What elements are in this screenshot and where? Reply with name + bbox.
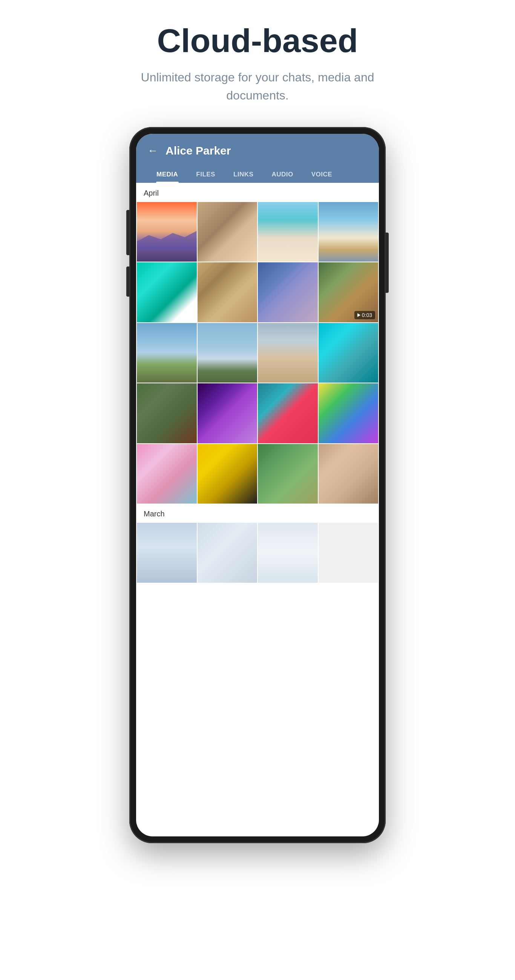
photo-march-2[interactable] bbox=[198, 523, 257, 583]
photo-festival[interactable] bbox=[198, 383, 257, 443]
april-photo-grid: 0:03 bbox=[136, 202, 379, 504]
photo-carving[interactable] bbox=[198, 262, 257, 322]
tab-media[interactable]: MEDIA bbox=[147, 166, 187, 183]
photo-holi[interactable] bbox=[319, 383, 378, 443]
month-april: April bbox=[136, 183, 379, 202]
photo-calm-lake[interactable] bbox=[198, 323, 257, 383]
media-content: April bbox=[136, 183, 379, 837]
back-button[interactable]: ← bbox=[147, 145, 158, 157]
photo-sunset[interactable] bbox=[137, 202, 197, 262]
photo-lifeguard[interactable] bbox=[319, 202, 378, 262]
tab-bar: MEDIA FILES LINKS AUDIO VOICE bbox=[147, 166, 368, 183]
phone-frame: ← Alice Parker MEDIA FILES LINKS AUDIO V… bbox=[129, 127, 386, 843]
month-march: March bbox=[136, 504, 379, 523]
photo-march-3[interactable] bbox=[258, 523, 318, 583]
tab-audio[interactable]: AUDIO bbox=[262, 166, 302, 183]
photo-march-4[interactable] bbox=[319, 523, 378, 583]
photo-cat[interactable] bbox=[319, 444, 378, 504]
phone-screen: ← Alice Parker MEDIA FILES LINKS AUDIO V… bbox=[136, 134, 379, 837]
photo-lake[interactable] bbox=[137, 323, 197, 383]
photo-car-vintage[interactable] bbox=[137, 383, 197, 443]
hero-subtitle: Unlimited storage for your chats, media … bbox=[126, 68, 389, 104]
photo-autumn-video[interactable]: 0:03 bbox=[319, 262, 378, 322]
video-time: 0:03 bbox=[362, 312, 372, 318]
power-button bbox=[386, 232, 389, 293]
march-photo-grid bbox=[136, 523, 379, 583]
volume-down-button bbox=[126, 266, 129, 297]
photo-beach[interactable] bbox=[258, 202, 318, 262]
photo-drinks[interactable] bbox=[198, 202, 257, 262]
phone-mockup: ← Alice Parker MEDIA FILES LINKS AUDIO V… bbox=[129, 127, 386, 843]
tab-files[interactable]: FILES bbox=[187, 166, 224, 183]
photo-turtle[interactable] bbox=[319, 323, 378, 383]
photo-teal-car[interactable] bbox=[258, 383, 318, 443]
tab-links[interactable]: LINKS bbox=[224, 166, 263, 183]
hero-title: Cloud-based bbox=[157, 22, 358, 59]
video-duration: 0:03 bbox=[354, 311, 375, 319]
photo-road[interactable] bbox=[258, 323, 318, 383]
play-icon bbox=[357, 313, 360, 317]
photo-lion[interactable] bbox=[258, 444, 318, 504]
volume-up-button bbox=[126, 210, 129, 255]
photo-wave[interactable] bbox=[137, 262, 197, 322]
photo-march-1[interactable] bbox=[137, 523, 197, 583]
photo-yellow-car[interactable] bbox=[198, 444, 257, 504]
contact-name: Alice Parker bbox=[166, 144, 231, 157]
app-header: ← Alice Parker MEDIA FILES LINKS AUDIO V… bbox=[136, 134, 379, 183]
header-top: ← Alice Parker bbox=[147, 144, 368, 157]
tab-voice[interactable]: VOICE bbox=[302, 166, 341, 183]
photo-concert[interactable] bbox=[258, 262, 318, 322]
photo-woman[interactable] bbox=[137, 444, 197, 504]
